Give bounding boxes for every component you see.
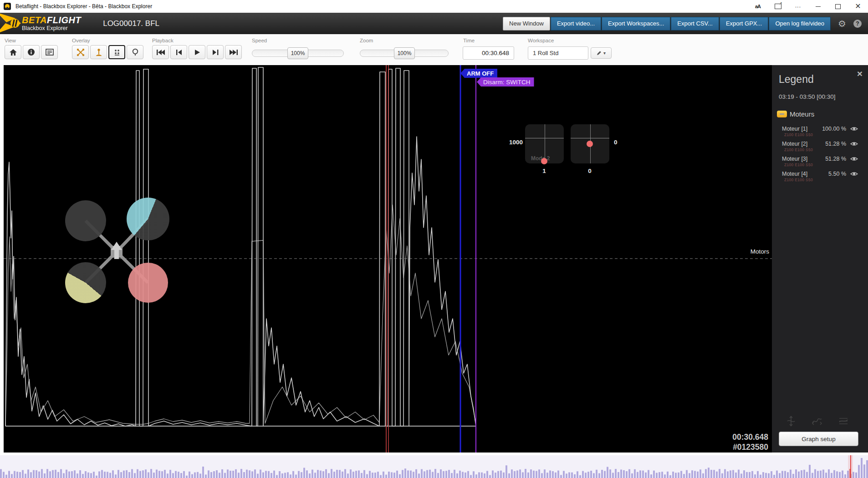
motor-label: Moteur [4] xyxy=(782,171,807,177)
overlay-craft-button[interactable] xyxy=(72,45,89,59)
close-icon[interactable]: × xyxy=(857,69,863,78)
window-controls: aA ··· ✕ xyxy=(748,0,868,13)
motors-group-header[interactable]: Moteurs xyxy=(777,110,814,118)
export-video-button[interactable]: Export video... xyxy=(551,17,601,31)
legend-motor-row[interactable]: Moteur [4] Z100 E100 S50 5.50 % xyxy=(772,171,868,185)
motors-icon xyxy=(113,49,121,56)
play-icon xyxy=(194,49,201,56)
eye-icon[interactable] xyxy=(850,141,858,147)
view-section-label: View xyxy=(5,38,16,43)
app-window: Betaflight - Blackbox Explorer - Bêta - … xyxy=(0,0,868,478)
graph-zoom-horizontal-icon[interactable] xyxy=(812,416,822,427)
current-frame-display: #0123580 xyxy=(732,442,768,452)
collapse-group-icon[interactable] xyxy=(777,111,787,117)
home-icon xyxy=(9,49,17,56)
overlay-section-label: Overlay xyxy=(72,38,90,43)
view-log-list-button[interactable] xyxy=(41,45,58,59)
step-forward-button[interactable] xyxy=(207,45,224,59)
eye-icon[interactable] xyxy=(850,156,858,162)
map-marker-icon xyxy=(132,48,139,56)
help-icon[interactable]: ? xyxy=(853,20,862,28)
more-options-icon[interactable]: ··· xyxy=(788,0,808,13)
graph-setup-button[interactable]: Graph setup xyxy=(779,432,858,446)
speed-section-label: Speed xyxy=(252,38,267,43)
pitch-value: 0 xyxy=(614,139,618,146)
export-gpx-button[interactable]: Export GPX... xyxy=(720,17,768,31)
eye-icon[interactable] xyxy=(850,171,858,177)
eye-icon[interactable] xyxy=(850,126,858,132)
legend-time-range: 03:19 - 03:50 [00:30] xyxy=(779,93,836,100)
seekbar[interactable] xyxy=(0,455,868,478)
maximize-button[interactable] xyxy=(828,0,848,13)
sticks-overlay: 1000 Mode 2 1 0 0 xyxy=(505,120,624,178)
zoom-slider-handle[interactable]: 100% xyxy=(394,47,415,59)
export-workspaces-button[interactable]: Export Workspaces... xyxy=(602,17,670,31)
overlay-sticks-button[interactable] xyxy=(90,45,107,59)
left-stick-dot xyxy=(541,158,547,164)
graph-zoom-vertical-icon[interactable] xyxy=(786,416,797,427)
overlay-map-button[interactable] xyxy=(127,45,143,59)
workspace-select[interactable]: 1 Roll Std xyxy=(528,46,588,60)
brand-flight: FLIGHT xyxy=(47,15,81,25)
log-list-icon xyxy=(46,49,54,56)
speed-slider-handle[interactable]: 100% xyxy=(287,47,308,59)
log-file-title: LOG00017. BFL xyxy=(103,19,159,28)
seekbar-waveform xyxy=(0,455,868,478)
motors-axis-label: Motors xyxy=(751,248,769,255)
open-log-button[interactable]: Open log file/video xyxy=(769,17,831,31)
disarm-switch-flag: Disarm: SWITCH xyxy=(477,77,534,86)
overlay-motors-button[interactable] xyxy=(108,45,125,59)
minimize-button[interactable] xyxy=(808,0,828,13)
time-section-label: Time xyxy=(463,38,475,43)
betaflight-logo: BETAFLIGHT Blackbox Explorer xyxy=(0,13,81,34)
betaflight-window-icon xyxy=(4,3,11,10)
motors-group-label: Moteurs xyxy=(790,110,814,118)
window-title: Betaflight - Blackbox Explorer - Bêta - … xyxy=(15,3,152,10)
brand-subtitle: Blackbox Explorer xyxy=(22,25,81,31)
read-aloud-icon[interactable]: aA xyxy=(748,0,768,13)
settings-gear-icon[interactable]: ⚙ xyxy=(838,18,846,29)
step-back-icon xyxy=(175,49,183,56)
jump-end-icon xyxy=(229,49,238,56)
playback-section-label: Playback xyxy=(152,38,174,43)
graph-clock: 00:30.648 #0123580 xyxy=(732,432,768,452)
craft-icon xyxy=(77,48,85,56)
motor1-disc xyxy=(128,263,168,303)
legend-motor-row[interactable]: Moteur [1] Z100 E100 S50 100.00 % xyxy=(772,126,868,140)
close-button[interactable]: ✕ xyxy=(848,0,868,13)
app-header: BETAFLIGHT Blackbox Explorer LOG00017. B… xyxy=(0,13,868,34)
new-window-button[interactable]: New Window xyxy=(503,17,550,31)
motor4-disc xyxy=(65,200,106,241)
legend-motor-row[interactable]: Moteur [3] Z100 E100 S50 51.28 % xyxy=(772,156,868,170)
play-button[interactable] xyxy=(189,45,205,59)
view-home-button[interactable] xyxy=(5,45,21,59)
graph-canvas[interactable]: ARM OFF Disarm: SWITCH Motors 1000 xyxy=(4,65,772,453)
workspace-edit-button[interactable]: ▾ xyxy=(591,47,612,59)
chevron-down-icon: ▾ xyxy=(603,51,606,56)
hornet-logo-icon xyxy=(0,13,21,34)
craft-overlay xyxy=(58,193,177,311)
jump-start-icon xyxy=(156,49,165,56)
sticks-icon xyxy=(95,48,102,56)
roll-value: 0 xyxy=(587,168,593,174)
step-back-button[interactable] xyxy=(170,45,187,59)
motor-value: 51.28 % xyxy=(825,156,846,162)
motor3-disc xyxy=(65,262,106,303)
graph-expand-icon[interactable] xyxy=(838,416,849,427)
export-csv-button[interactable]: Export CSV... xyxy=(671,17,719,31)
motor-value: 51.28 % xyxy=(825,141,846,147)
app-available-icon[interactable] xyxy=(768,0,788,13)
motor-value: 100.00 % xyxy=(822,126,846,132)
motor-label: Moteur [1] xyxy=(782,126,807,132)
jump-to-start-button[interactable] xyxy=(152,45,169,59)
jump-to-end-button[interactable] xyxy=(225,45,242,59)
current-time-display: 00:30.648 xyxy=(732,432,768,442)
view-info-button[interactable] xyxy=(23,45,40,59)
motor-curve-settings: Z100 E100 S50 xyxy=(784,132,813,137)
toolbar: View Overlay Playback xyxy=(0,34,868,65)
legend-motor-row[interactable]: Moteur [2] Z100 E100 S50 51.28 % xyxy=(772,141,868,155)
yaw-value: 1 xyxy=(541,168,547,174)
motor-value: 5.50 % xyxy=(828,171,846,177)
time-input[interactable] xyxy=(463,46,514,60)
motor-curve-settings: Z100 E100 S50 xyxy=(784,178,813,182)
